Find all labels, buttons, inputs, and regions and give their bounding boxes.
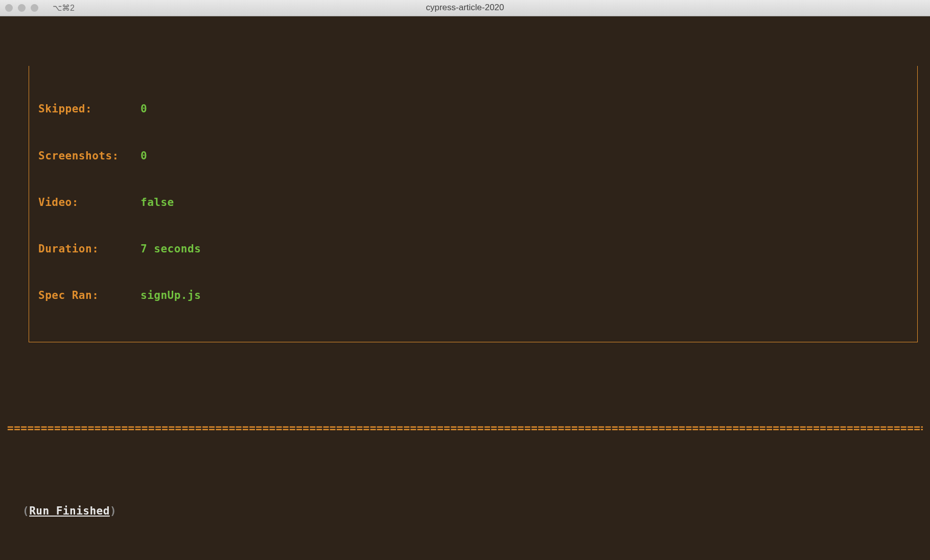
window-titlebar: ⌥⌘2 cypress-article-2020 <box>0 0 930 16</box>
stats-row-spec-ran: Spec Ran: signUp.js <box>38 288 908 303</box>
stats-value: signUp.js <box>141 288 201 303</box>
close-icon[interactable] <box>5 4 13 12</box>
stats-label: Duration: <box>38 241 141 256</box>
stats-row-skipped: Skipped: 0 <box>38 101 908 116</box>
run-finished-heading: (Run Finished) <box>22 503 923 519</box>
paren-close: ) <box>110 505 117 517</box>
run-stats-box: Skipped: 0 Screenshots: 0 Video: false D… <box>29 66 918 342</box>
stats-row-video: Video: false <box>38 195 908 210</box>
stats-label: Video: <box>38 195 141 210</box>
stats-label: Skipped: <box>38 101 141 116</box>
zoom-icon[interactable] <box>31 4 38 12</box>
run-finished-text: Run Finished <box>29 505 110 517</box>
section-divider: ========================================… <box>7 421 923 436</box>
stats-value: 0 <box>141 101 147 116</box>
stats-label: Screenshots: <box>38 148 141 164</box>
stats-value: 0 <box>141 148 147 164</box>
paren-open: ( <box>22 505 29 517</box>
stats-row-screenshots: Screenshots: 0 <box>38 148 908 164</box>
minimize-icon[interactable] <box>18 4 26 12</box>
tab-shortcut-hint: ⌥⌘2 <box>53 2 75 14</box>
terminal-output: Skipped: 0 Screenshots: 0 Video: false D… <box>0 16 930 560</box>
stats-value: 7 seconds <box>141 241 201 256</box>
stats-label: Spec Ran: <box>38 288 141 303</box>
window-title: cypress-article-2020 <box>0 2 930 14</box>
stats-value: false <box>141 195 174 210</box>
stats-row-duration: Duration: 7 seconds <box>38 241 908 256</box>
traffic-lights[interactable] <box>5 4 38 12</box>
